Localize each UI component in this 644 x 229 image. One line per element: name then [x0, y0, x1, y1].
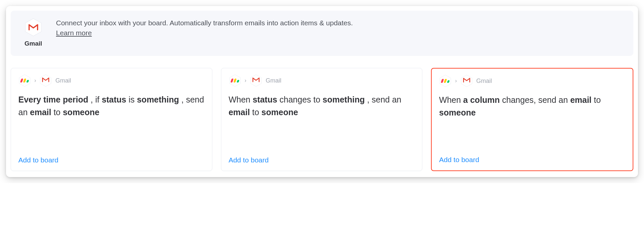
- breadcrumb: › Gmail: [439, 75, 625, 87]
- recipe-cards: › GmailEvery time period , if status is …: [11, 68, 633, 171]
- hex-icon: [439, 75, 452, 87]
- chevron-right-icon: ›: [34, 78, 36, 84]
- recipe-text: When status changes to something , send …: [229, 94, 415, 118]
- gmail-icon: [463, 78, 470, 83]
- description-text: Connect your inbox with your board. Auto…: [56, 19, 353, 27]
- chevron-right-icon: ›: [245, 78, 246, 84]
- monday-icon: [441, 79, 449, 83]
- app-block: Gmail: [20, 18, 47, 47]
- integration-description: Connect your inbox with your board. Auto…: [56, 18, 356, 38]
- recipe-card[interactable]: › GmailWhen status changes to something …: [221, 68, 423, 171]
- gmail-icon: [24, 18, 43, 37]
- hex-icon: [229, 74, 241, 87]
- chevron-right-icon: ›: [455, 78, 457, 84]
- monday-icon: [21, 79, 29, 83]
- integration-panel: Gmail Connect your inbox with your board…: [6, 6, 638, 177]
- hex-icon: [39, 74, 52, 87]
- recipe-card[interactable]: › GmailWhen a column changes, send an em…: [431, 68, 633, 171]
- integration-header: Gmail Connect your inbox with your board…: [11, 11, 633, 56]
- hex-icon: [18, 74, 31, 87]
- breadcrumb: › Gmail: [18, 74, 205, 87]
- add-to-board-button[interactable]: Add to board: [18, 156, 58, 164]
- monday-icon: [231, 79, 239, 83]
- recipe-text: Every time period , if status is somethi…: [18, 94, 205, 118]
- breadcrumb: › Gmail: [229, 74, 415, 87]
- gmail-icon: [252, 77, 260, 83]
- hex-icon: [250, 74, 262, 87]
- recipe-card[interactable]: › GmailEvery time period , if status is …: [11, 68, 212, 171]
- learn-more-link[interactable]: Learn more: [56, 29, 92, 37]
- recipe-text: When a column changes, send an email to …: [439, 94, 625, 119]
- breadcrumb-service: Gmail: [476, 78, 492, 85]
- app-name: Gmail: [25, 40, 42, 47]
- gmail-icon: [42, 77, 49, 83]
- add-to-board-button[interactable]: Add to board: [229, 156, 269, 164]
- breadcrumb-service: Gmail: [55, 77, 71, 84]
- hex-icon: [460, 75, 473, 87]
- add-to-board-button[interactable]: Add to board: [439, 156, 479, 164]
- breadcrumb-service: Gmail: [266, 77, 281, 84]
